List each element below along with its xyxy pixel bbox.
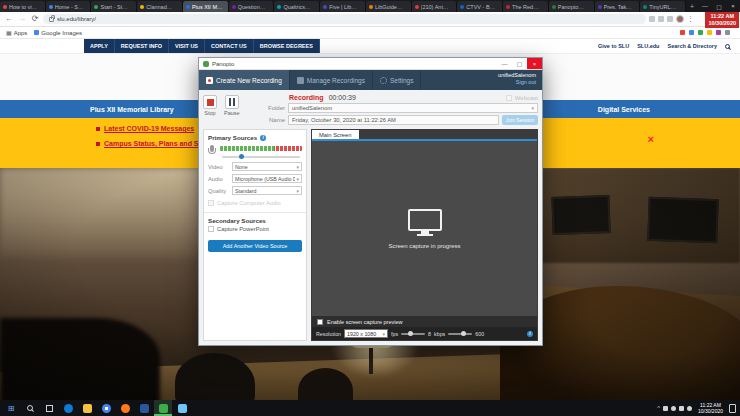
window-maximize-button[interactable]: ▢ — [712, 0, 726, 12]
nav-apply-button[interactable]: APPLY — [84, 39, 115, 53]
browser-tab[interactable]: (210) Ant… — [412, 1, 458, 12]
window-minimize-button[interactable]: — — [698, 0, 712, 12]
profile-avatar[interactable] — [676, 15, 684, 23]
taskbar-app-firefox[interactable] — [116, 400, 134, 416]
give-to-slu-link[interactable]: Give to SLU — [598, 43, 629, 49]
address-bar[interactable]: slu.edu/library/ — [43, 14, 646, 24]
tab-favicon-icon — [277, 5, 281, 9]
panopto-maximize-button[interactable]: ▢ — [512, 58, 527, 69]
forward-icon[interactable]: → — [17, 15, 27, 23]
session-name-input[interactable]: Friday, October 30, 2020 at 11:22:26 AM — [288, 115, 499, 125]
tab-create-new-recording[interactable]: Create New Recording — [199, 70, 290, 90]
bookmark-favicon-icon[interactable] — [689, 30, 694, 35]
taskbar-app-edge[interactable] — [59, 400, 77, 416]
browser-tab[interactable]: Start - St… — [91, 1, 137, 12]
hidden-icons-chevron[interactable]: ^ — [657, 405, 660, 411]
taskbar-app-file-explorer[interactable] — [78, 400, 96, 416]
search-directory-link[interactable]: Search & Directory — [667, 43, 717, 49]
volume-slider[interactable] — [222, 156, 300, 158]
browser-tab[interactable]: Question… — [229, 1, 275, 12]
taskbar-search-button[interactable] — [21, 400, 39, 416]
taskbar-app-panopto[interactable] — [154, 400, 172, 416]
volume-slider-knob[interactable] — [239, 154, 244, 159]
add-video-source-button[interactable]: Add Another Video Source — [208, 240, 302, 252]
fps-value: 8 — [428, 331, 431, 337]
panopto-titlebar[interactable]: Panopto — ▢ × — [199, 58, 542, 70]
enable-preview-checkbox[interactable] — [317, 319, 323, 325]
taskbar-app-chrome[interactable] — [97, 400, 115, 416]
slu-edu-link[interactable]: SLU.edu — [637, 43, 659, 49]
stop-button[interactable]: Stop — [203, 95, 217, 125]
sign-out-link[interactable]: Sign out — [498, 79, 536, 86]
browser-tab[interactable]: CTVV - B… — [457, 1, 503, 12]
info-icon[interactable]: i — [527, 331, 533, 337]
bookmark-google-images[interactable]: Google Images — [34, 30, 82, 36]
quality-select[interactable]: Standard ▾ — [232, 186, 302, 195]
pause-button[interactable]: Pause — [224, 95, 240, 125]
extension-icon[interactable] — [649, 16, 655, 22]
browser-tab[interactable]: Five | Lib… — [320, 1, 366, 12]
bookmark-apps[interactable]: ▦ Apps — [6, 29, 27, 36]
back-icon[interactable]: ← — [4, 15, 14, 23]
new-tab-button[interactable]: + — [686, 0, 698, 12]
kbps-slider[interactable] — [448, 333, 472, 335]
folder-dropdown[interactable]: unifiedSalenom ▾ — [288, 103, 538, 113]
video-source-select[interactable]: None ▾ — [232, 162, 302, 171]
close-icon[interactable]: × — [648, 134, 654, 145]
covid-messages-link[interactable]: Latest COVID-19 Messages — [104, 125, 194, 132]
browser-tab[interactable]: Panopto… — [549, 1, 595, 12]
panopto-close-button[interactable]: × — [527, 58, 542, 69]
bookmark-favicon-icon[interactable] — [698, 30, 703, 35]
browser-tab[interactable]: Home - S… — [46, 1, 92, 12]
tab-manage-recordings[interactable]: Manage Recordings — [290, 70, 373, 90]
refresh-icon[interactable]: ⟳ — [30, 15, 40, 23]
fps-slider-knob[interactable] — [408, 331, 413, 336]
bookmark-favicon-icon[interactable] — [725, 30, 730, 35]
search-icon[interactable] — [725, 44, 730, 49]
bookmark-favicon-icon[interactable] — [707, 30, 712, 35]
browser-tab[interactable]: TinyURL… — [640, 1, 686, 12]
task-view-button[interactable] — [40, 400, 58, 416]
taskbar-clock[interactable]: 11:22 AM 10/30/2020 — [695, 402, 726, 414]
extension-icon[interactable] — [667, 16, 673, 22]
extension-icon[interactable] — [658, 16, 664, 22]
browser-tab-active[interactable]: Pius XII M… — [183, 1, 229, 12]
bookmark-favicon-icon[interactable] — [716, 30, 721, 35]
audio-source-select[interactable]: Microphone (USB Audio Device) ▾ — [232, 174, 302, 183]
fps-slider[interactable] — [401, 333, 425, 335]
nav-contact-us-button[interactable]: CONTACT US — [205, 39, 254, 53]
volume-icon[interactable] — [687, 406, 692, 411]
digital-services-label[interactable]: Digital Services — [598, 106, 650, 113]
capture-computer-audio-checkbox[interactable] — [208, 200, 214, 206]
browser-tab[interactable]: Pres. Tak… — [595, 1, 641, 12]
network-icon[interactable] — [679, 406, 684, 411]
nav-browse-degrees-button[interactable]: BROWSE DEGREES — [254, 39, 320, 53]
capture-powerpoint-checkbox[interactable] — [208, 226, 214, 232]
tab-settings[interactable]: Settings — [373, 70, 422, 90]
info-icon[interactable]: i — [260, 135, 266, 141]
notification-center-icon[interactable] — [729, 404, 736, 413]
panopto-minimize-button[interactable]: — — [497, 58, 512, 69]
tray-icon[interactable] — [663, 406, 668, 411]
resolution-select[interactable]: 1920 x 1080 ▾ — [344, 329, 388, 338]
nav-request-info-button[interactable]: REQUEST INFO — [115, 39, 169, 53]
taskbar-app-snip[interactable] — [173, 400, 191, 416]
browser-tab[interactable]: How to vi… — [0, 1, 46, 12]
nav-visit-us-button[interactable]: VISIT US — [169, 39, 205, 53]
join-session-button[interactable]: Join Session — [502, 115, 538, 125]
webcast-toggle[interactable]: Webcast — [506, 95, 538, 101]
kbps-slider-knob[interactable] — [461, 331, 466, 336]
tab-main-screen[interactable]: Main Screen — [312, 130, 359, 139]
browser-tab[interactable]: Clannad… — [137, 1, 183, 12]
browser-tab[interactable]: The Red… — [503, 1, 549, 12]
status-row: Recording 00:00:39 Webcast — [259, 94, 538, 101]
bookmark-favicon-icon[interactable] — [680, 30, 685, 35]
start-button[interactable]: ⊞ — [2, 400, 20, 416]
browser-tab[interactable]: Qualtrics… — [274, 1, 320, 12]
browser-menu-icon[interactable]: ⋮ — [687, 15, 694, 23]
webcast-checkbox[interactable] — [506, 95, 512, 101]
browser-tab[interactable]: LibGuide… — [366, 1, 412, 12]
window-close-button[interactable]: × — [726, 0, 740, 12]
tray-icon[interactable] — [671, 406, 676, 411]
taskbar-app-outlook[interactable] — [135, 400, 153, 416]
